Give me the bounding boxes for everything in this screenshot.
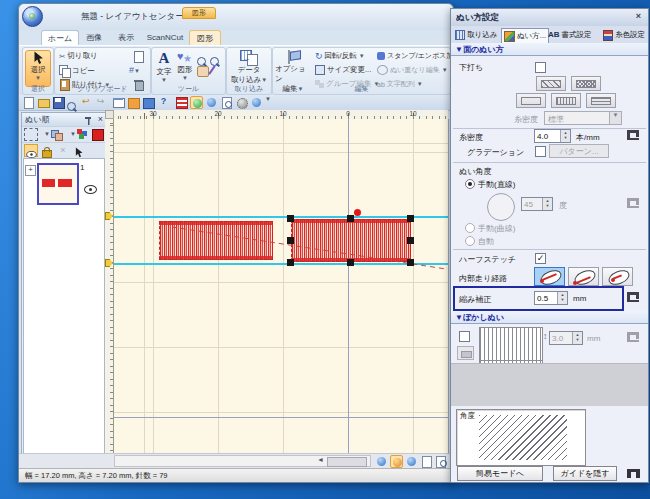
- auto-radio[interactable]: [465, 236, 475, 246]
- feather-section-header[interactable]: ▼ぼかしぬい: [451, 311, 648, 324]
- horizontal-scrollbar[interactable]: ◄: [114, 455, 371, 467]
- rotate-flip-button[interactable]: ↻ 回転/反転▼: [315, 51, 365, 61]
- angle-spinner[interactable]: 45 ▲▼: [521, 197, 553, 211]
- tab-sewing-settings[interactable]: ぬい方...: [501, 28, 549, 43]
- region-sewing-header[interactable]: ▼面のぬい方: [451, 43, 648, 56]
- underlay-pattern-lines[interactable]: [586, 93, 616, 108]
- inner-path-option-2[interactable]: [568, 267, 599, 286]
- expand-plus-icon[interactable]: +: [25, 165, 36, 176]
- tab-scanncut[interactable]: ScanNCut: [143, 30, 187, 45]
- stitch-sim-icon[interactable]: [175, 96, 188, 109]
- selection-handle[interactable]: [287, 259, 294, 266]
- manual-curve-radio[interactable]: [465, 223, 475, 233]
- selection-handle[interactable]: [287, 215, 294, 222]
- spinner-arrows-icon[interactable]: ▲▼: [572, 332, 582, 344]
- rotation-point[interactable]: [354, 209, 361, 216]
- design-page-icon[interactable]: [127, 96, 140, 109]
- inner-path-option-1[interactable]: [534, 267, 565, 286]
- preview-button[interactable]: [435, 455, 448, 468]
- select-cursor-icon[interactable]: [72, 144, 86, 157]
- chevron-down-icon[interactable]: ▼: [609, 112, 621, 124]
- color-order-icon[interactable]: [76, 128, 90, 141]
- item-thumbnail[interactable]: [37, 163, 79, 205]
- stitch-view-icon[interactable]: [205, 96, 218, 109]
- underlay-checkbox[interactable]: [535, 62, 546, 73]
- paste-options-icon[interactable]: [133, 51, 144, 62]
- save-icon[interactable]: [52, 96, 65, 109]
- sew-order-item[interactable]: + 1: [24, 159, 104, 207]
- settings-title-bar[interactable]: ぬい方設定 ×: [451, 9, 648, 26]
- scrollbar-thumb[interactable]: [327, 457, 367, 467]
- tab-shape[interactable]: 図形: [189, 30, 221, 46]
- density-spinner[interactable]: 4.0 ▲▼: [534, 129, 571, 143]
- gradation-checkbox[interactable]: [535, 146, 546, 157]
- underlay-pattern-mesh[interactable]: [571, 76, 601, 91]
- grid-snap-icon[interactable]: #▼: [129, 65, 140, 75]
- machine-setting-icon[interactable]: [627, 130, 640, 140]
- selected-color-icon[interactable]: [91, 128, 105, 141]
- hide-guide-button[interactable]: ガイドを隠す: [553, 466, 617, 481]
- scroll-left-icon[interactable]: ◄: [317, 456, 324, 463]
- selection-handle[interactable]: [407, 215, 414, 222]
- show-hide-eye-icon[interactable]: [24, 144, 38, 157]
- close-panel-icon[interactable]: ×: [98, 113, 103, 126]
- item-visible-eye-icon[interactable]: [84, 185, 97, 194]
- machine-setting-icon[interactable]: [627, 292, 640, 302]
- sew-order-header[interactable]: ぬい順 ×: [22, 113, 106, 126]
- selection-handle[interactable]: [407, 237, 414, 244]
- angle-dial[interactable]: [487, 193, 515, 221]
- shape-tool-button[interactable]: ♥ ★ 図形 ▼: [175, 50, 195, 81]
- copy-button[interactable]: コピー: [59, 65, 95, 76]
- underlay-density-select[interactable]: 標準 ▼: [544, 111, 622, 125]
- selection-handle[interactable]: [287, 237, 294, 244]
- tab-import-settings[interactable]: 取り込み: [453, 28, 499, 42]
- settings-gear-icon[interactable]: [235, 96, 248, 109]
- selection-handle[interactable]: [407, 259, 414, 266]
- feather-top-pattern-button[interactable]: [457, 346, 474, 360]
- undo-icon[interactable]: ↩: [82, 96, 95, 109]
- tab-home[interactable]: ホーム: [41, 30, 79, 46]
- guide-window-icon[interactable]: [142, 96, 155, 109]
- spinner-arrows-icon[interactable]: ▲▼: [542, 198, 552, 210]
- import-data-button[interactable]: → データ 取り込み▼: [229, 50, 269, 85]
- guide-marker-bottom[interactable]: [105, 259, 113, 267]
- guide-line-top[interactable]: [114, 216, 448, 218]
- reference-view-icon[interactable]: [250, 96, 263, 109]
- solid-view-button[interactable]: [375, 455, 388, 468]
- select-tool-button[interactable]: 選択 ▼: [25, 50, 51, 87]
- help-icon[interactable]: ?: [157, 96, 170, 109]
- underlay-pattern-diagonal[interactable]: [536, 76, 566, 91]
- overlap-edit-button[interactable]: ぬい重なり編集▼: [377, 65, 448, 75]
- design-property-button[interactable]: [420, 455, 433, 468]
- solid-view-icon[interactable]: [190, 96, 203, 109]
- guide-marker-top[interactable]: [105, 212, 113, 220]
- app-logo-icon[interactable]: [22, 6, 43, 27]
- toolbar-more-icon[interactable]: ▼: [265, 96, 278, 109]
- redo-icon[interactable]: ↪: [97, 96, 110, 109]
- text-tool-button[interactable]: A 文字 ▼: [154, 50, 174, 83]
- title-bar[interactable]: 無題 - レイアウトセンター 図形: [19, 4, 453, 30]
- manual-straight-radio[interactable]: [465, 179, 475, 189]
- machine-setting-icon[interactable]: [627, 198, 640, 208]
- spinner-arrows-icon[interactable]: ▲▼: [560, 130, 570, 142]
- feather-top-checkbox[interactable]: [459, 331, 470, 342]
- selection-handle[interactable]: [347, 259, 354, 266]
- lock-icon[interactable]: [40, 144, 54, 157]
- resize-button[interactable]: サイズ変更...: [315, 65, 371, 75]
- selection-handle[interactable]: [347, 215, 354, 222]
- underlay-pattern-outline[interactable]: [516, 93, 546, 108]
- design-canvas[interactable]: [114, 119, 449, 453]
- delete-icon[interactable]: ×: [56, 144, 70, 157]
- tab-view[interactable]: 表示: [111, 30, 141, 45]
- new-file-icon[interactable]: [22, 96, 35, 109]
- half-stitch-checkbox[interactable]: ✓: [535, 253, 546, 264]
- group-objects-icon[interactable]: [50, 128, 64, 141]
- stitch-block-left[interactable]: [159, 221, 273, 260]
- realistic-view-icon[interactable]: [220, 96, 233, 109]
- feather-top-spinner[interactable]: 3.0 ▲▼: [549, 331, 583, 345]
- tab-image[interactable]: 画像: [79, 30, 109, 45]
- pattern-button[interactable]: パターン...: [549, 144, 609, 158]
- realistic-view-button[interactable]: [405, 455, 418, 468]
- close-settings-icon[interactable]: ×: [632, 11, 645, 23]
- zoom-icon[interactable]: [67, 97, 80, 110]
